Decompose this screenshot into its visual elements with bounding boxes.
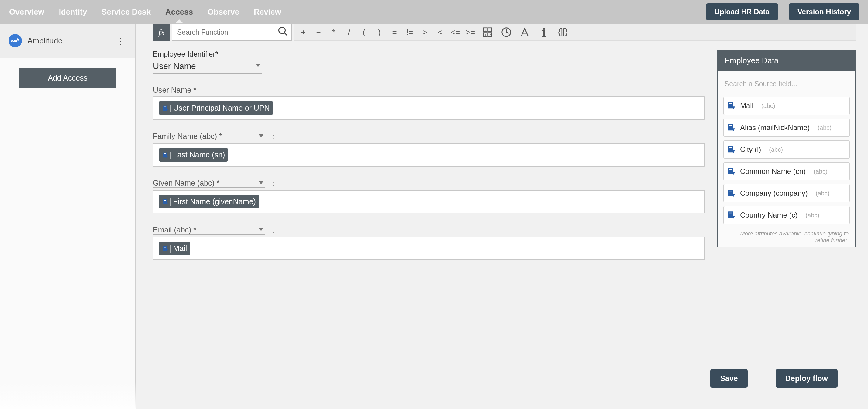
formula-bar: fx +−*/()=!=><<=>=+−×÷ <box>153 24 856 41</box>
label-colon: : <box>273 132 275 141</box>
source-field-type: (abc) <box>816 190 830 197</box>
book-icon <box>727 101 736 110</box>
tab-access[interactable]: Access <box>165 1 194 23</box>
field-label-select[interactable]: Family Name (abc) * <box>153 132 265 141</box>
info-icon[interactable] <box>536 24 552 40</box>
label-colon: : <box>273 179 275 188</box>
svg-rect-20 <box>164 153 166 154</box>
svg-rect-22 <box>164 200 166 200</box>
source-field-item[interactable]: Mail(abc) <box>723 97 850 115</box>
book-icon <box>727 123 736 132</box>
field-label-row: User Name * <box>153 86 705 95</box>
book-icon <box>162 152 169 158</box>
clock-icon[interactable] <box>498 24 514 40</box>
field-label-row: Given Name (abc) *: <box>153 179 705 188</box>
add-access-button[interactable]: Add Access <box>19 68 116 88</box>
book-icon <box>727 167 736 176</box>
form-actions: Save Deploy flow <box>153 361 856 397</box>
mapping-input[interactable]: |Mail <box>153 237 705 260</box>
deploy-flow-button[interactable]: Deploy flow <box>776 369 838 388</box>
source-field-list: Mail(abc)Alias (mailNickName)(abc)City (… <box>718 94 855 230</box>
svg-text:×: × <box>485 28 487 32</box>
app-row[interactable]: Amplitude ⋮ <box>0 24 135 58</box>
svg-point-13 <box>543 28 545 30</box>
op-button[interactable]: − <box>312 28 324 37</box>
fx-indicator: fx <box>153 24 170 41</box>
op-button[interactable]: ( <box>358 28 370 37</box>
search-icon[interactable] <box>277 26 288 39</box>
function-search-input[interactable] <box>177 28 277 36</box>
kebab-menu-icon[interactable]: ⋮ <box>115 35 127 47</box>
chip-text: First Name (givenName) <box>173 197 256 206</box>
mapping-input[interactable]: |First Name (givenName) <box>153 190 705 213</box>
mapping-form: Employee Identifier* User Name User Name… <box>153 50 705 361</box>
tab-overview[interactable]: Overview <box>8 1 45 23</box>
employee-identifier-label: Employee Identifier* <box>153 50 705 58</box>
app-name: Amplitude <box>27 36 109 45</box>
chip-text: Last Name (sn) <box>173 150 225 159</box>
version-history-button[interactable]: Version History <box>789 3 860 20</box>
svg-rect-28 <box>730 125 732 126</box>
tab-review[interactable]: Review <box>253 1 282 23</box>
field-group: Family Name (abc) *:|Last Name (sn) <box>153 132 705 166</box>
employee-identifier-value: User Name <box>153 60 196 73</box>
source-field-name: Mail <box>740 101 753 110</box>
save-button[interactable]: Save <box>710 369 747 388</box>
operator-toolbar: +−*/()=!=><<=>=+−×÷ <box>294 24 856 41</box>
nav-tabs: OverviewIdentityService DeskAccessObserv… <box>8 1 282 23</box>
svg-rect-30 <box>730 147 732 148</box>
source-field-item[interactable]: Country Name (c)(abc) <box>723 206 850 224</box>
svg-rect-36 <box>730 213 732 213</box>
op-button[interactable]: / <box>343 28 355 37</box>
source-field-item[interactable]: Alias (mailNickName)(abc) <box>723 119 850 137</box>
op-button[interactable]: = <box>389 28 401 37</box>
svg-point-0 <box>279 27 285 34</box>
op-button[interactable]: * <box>328 28 340 37</box>
field-group: User Name *|User Principal Name or UPN <box>153 86 705 120</box>
top-nav: OverviewIdentityService DeskAccessObserv… <box>0 0 868 24</box>
op-button[interactable]: != <box>404 28 416 37</box>
field-chip[interactable]: |User Principal Name or UPN <box>159 101 273 115</box>
chip-text: User Principal Name or UPN <box>173 104 270 113</box>
svg-rect-18 <box>164 106 166 107</box>
main-area: fx +−*/()=!=><<=>=+−×÷ Employee Identifi… <box>136 24 868 409</box>
field-chip[interactable]: |First Name (givenName) <box>159 195 259 209</box>
field-label-select[interactable]: Given Name (abc) * <box>153 179 265 188</box>
book-icon <box>162 198 169 205</box>
brain-icon[interactable] <box>555 24 571 40</box>
field-label: User Name * <box>153 86 196 95</box>
svg-rect-24 <box>164 247 166 247</box>
mapping-input[interactable]: |Last Name (sn) <box>153 143 705 166</box>
source-field-item[interactable]: City (l)(abc) <box>723 140 850 159</box>
upload-hr-data-button[interactable]: Upload HR Data <box>706 3 778 20</box>
book-icon <box>727 211 736 220</box>
source-field-type: (abc) <box>761 102 775 109</box>
tab-service-desk[interactable]: Service Desk <box>101 1 151 23</box>
op-button[interactable]: ) <box>373 28 385 37</box>
tab-observe[interactable]: Observe <box>207 1 240 23</box>
field-label-row: Email (abc) *: <box>153 225 705 235</box>
field-chip[interactable]: |Last Name (sn) <box>159 148 228 162</box>
field-label-select[interactable]: Email (abc) * <box>153 225 265 235</box>
source-field-name: Alias (mailNickName) <box>740 123 810 132</box>
op-button[interactable]: <= <box>449 28 461 37</box>
source-field-search-input[interactable] <box>724 77 848 91</box>
source-field-item[interactable]: Company (company)(abc) <box>723 184 850 202</box>
field-group: Given Name (abc) *:|First Name (givenNam… <box>153 179 705 213</box>
op-button[interactable]: + <box>297 28 309 37</box>
employee-identifier-select[interactable]: User Name <box>153 60 262 73</box>
op-button[interactable]: < <box>434 28 446 37</box>
op-button[interactable]: >= <box>464 28 476 37</box>
amplitude-logo <box>8 34 22 48</box>
book-icon <box>162 105 169 112</box>
mapping-input[interactable]: |User Principal Name or UPN <box>153 96 705 120</box>
grid-icon[interactable]: +−×÷ <box>479 24 495 40</box>
field-chip[interactable]: |Mail <box>159 242 190 255</box>
text-icon[interactable] <box>517 24 533 40</box>
source-field-type: (abc) <box>769 146 783 153</box>
function-search[interactable] <box>172 24 292 41</box>
source-field-item[interactable]: Common Name (cn)(abc) <box>723 162 850 181</box>
op-button[interactable]: > <box>419 28 431 37</box>
book-icon <box>727 145 736 154</box>
tab-identity[interactable]: Identity <box>58 1 88 23</box>
